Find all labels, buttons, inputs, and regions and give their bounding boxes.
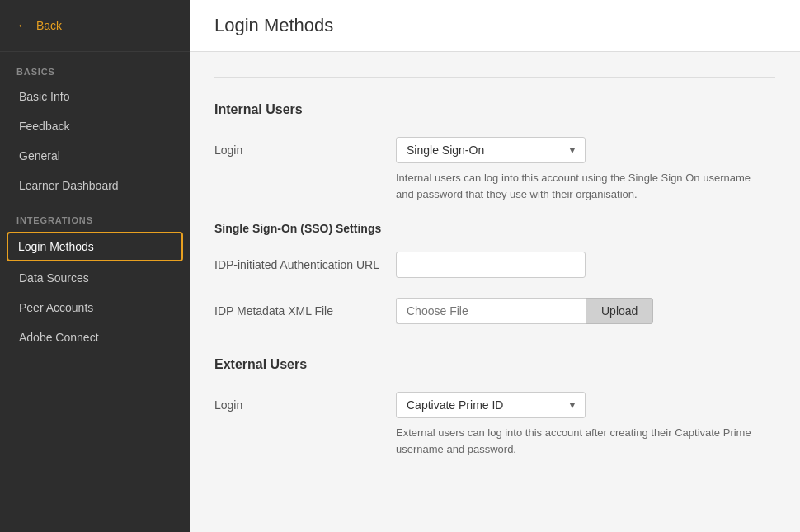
external-users-section: External Users Login Captivate Prime IDU… bbox=[214, 349, 775, 457]
external-login-select-wrapper: Captivate Prime IDUsername/PasswordSocia… bbox=[396, 392, 586, 418]
login-select[interactable]: Single Sign-OnUsername/PasswordSocial Lo… bbox=[396, 137, 586, 163]
idp-metadata-label: IDP Metadata XML File bbox=[214, 298, 396, 318]
idp-url-label: IDP-initiated Authentication URL bbox=[214, 252, 396, 271]
back-label: Back bbox=[36, 19, 62, 32]
external-users-heading: External Users bbox=[214, 357, 775, 372]
sidebar-item-general[interactable]: General bbox=[0, 141, 190, 171]
section-divider bbox=[214, 77, 775, 78]
login-control-area: Single Sign-OnUsername/PasswordSocial Lo… bbox=[396, 137, 775, 202]
internal-help-text: Internal users can log into this account… bbox=[396, 170, 759, 202]
external-help-text: External users can log into this account… bbox=[396, 425, 759, 457]
sidebar-item-data-sources[interactable]: Data Sources bbox=[0, 263, 190, 293]
sidebar-item-login-methods[interactable]: Login Methods bbox=[7, 232, 183, 261]
sidebar-section-label: BASICS bbox=[0, 52, 190, 82]
external-login-control-area: Captivate Prime IDUsername/PasswordSocia… bbox=[396, 392, 775, 457]
sidebar-item-peer-accounts[interactable]: Peer Accounts bbox=[0, 293, 190, 322]
sidebar-item-feedback[interactable]: Feedback bbox=[0, 111, 190, 141]
idp-url-control-area bbox=[396, 252, 775, 278]
login-form-row: Login Single Sign-OnUsername/PasswordSoc… bbox=[214, 137, 775, 202]
page-header: Login Methods bbox=[190, 0, 800, 52]
file-input-wrapper: Upload bbox=[396, 298, 775, 324]
sso-heading: Single Sign-On (SSO) Settings bbox=[214, 222, 775, 235]
file-name-input[interactable] bbox=[396, 298, 586, 324]
external-login-form-row: Login Captivate Prime IDUsername/Passwor… bbox=[214, 392, 775, 457]
idp-url-form-row: IDP-initiated Authentication URL bbox=[214, 252, 775, 278]
page-title: Login Methods bbox=[214, 15, 775, 36]
external-login-select[interactable]: Captivate Prime IDUsername/PasswordSocia… bbox=[396, 392, 586, 418]
content-area: Internal Users Login Single Sign-OnUsern… bbox=[190, 52, 800, 501]
upload-button[interactable]: Upload bbox=[586, 298, 653, 324]
external-login-label: Login bbox=[214, 392, 396, 412]
login-label: Login bbox=[214, 137, 396, 157]
back-button[interactable]: ← Back bbox=[0, 0, 190, 52]
idp-url-input[interactable] bbox=[396, 252, 586, 278]
back-arrow-icon: ← bbox=[16, 18, 30, 33]
sidebar-item-learner-dashboard[interactable]: Learner Dashboard bbox=[0, 171, 190, 200]
sidebar-item-adobe-connect[interactable]: Adobe Connect bbox=[0, 322, 190, 352]
idp-metadata-control-area: Upload bbox=[396, 298, 775, 324]
internal-users-heading: Internal Users bbox=[214, 102, 775, 117]
sidebar-section-label: INTEGRATIONS bbox=[0, 200, 190, 230]
main-content: Login Methods Internal Users Login Singl… bbox=[190, 0, 800, 532]
sidebar: ← Back BASICSBasic InfoFeedbackGeneralLe… bbox=[0, 0, 190, 532]
login-select-wrapper: Single Sign-OnUsername/PasswordSocial Lo… bbox=[396, 137, 586, 163]
idp-metadata-form-row: IDP Metadata XML File Upload bbox=[214, 298, 775, 324]
sidebar-item-basic-info[interactable]: Basic Info bbox=[0, 82, 190, 111]
